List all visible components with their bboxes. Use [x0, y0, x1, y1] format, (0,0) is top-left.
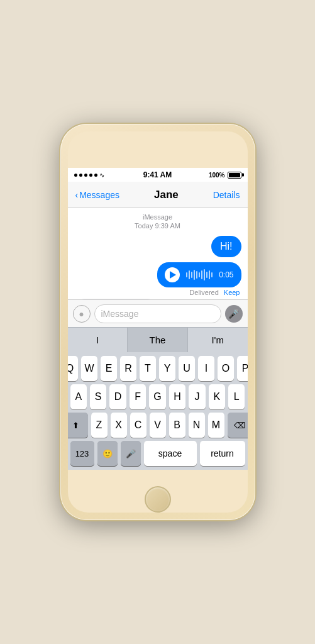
- signal-dot-5: [94, 174, 97, 177]
- camera-button[interactable]: ●: [73, 305, 91, 323]
- key-b[interactable]: B: [169, 413, 185, 438]
- signal-dot-4: [89, 174, 92, 177]
- key-w[interactable]: W: [81, 356, 97, 381]
- wave-bar: [209, 270, 210, 279]
- key-m[interactable]: M: [208, 413, 224, 438]
- message-timestamp: Today 9:39 AM: [74, 222, 241, 230]
- signal-area: ∿: [74, 172, 104, 179]
- nav-title: Jane: [154, 189, 179, 201]
- keyboard-row-4: 123 🙂 🎤 space return: [70, 441, 245, 466]
- shift-key[interactable]: ⬆: [68, 413, 88, 438]
- shift-icon: ⬆: [72, 421, 79, 430]
- key-v[interactable]: V: [150, 413, 166, 438]
- mic-button[interactable]: 🎤: [225, 305, 243, 323]
- message-input[interactable]: iMessage: [94, 304, 221, 323]
- predictive-bar: I The I'm: [68, 327, 248, 352]
- play-button-sent[interactable]: [165, 267, 180, 282]
- signal-dot-1: [74, 174, 77, 177]
- delivery-status: Delivered Keep: [189, 289, 241, 296]
- back-button[interactable]: ‹ Messages: [75, 190, 119, 200]
- input-bar: ● iMessage 🎤: [68, 299, 248, 327]
- mic-key[interactable]: 🎤: [121, 441, 141, 466]
- key-k[interactable]: K: [209, 384, 225, 409]
- signal-dot-2: [79, 174, 82, 177]
- sent-audio-message: 0:05 Delivered Keep: [74, 260, 241, 296]
- backspace-key[interactable]: ⌫: [228, 413, 248, 438]
- audio-bubble-sent[interactable]: 0:05: [157, 262, 241, 287]
- keep-button[interactable]: Keep: [224, 289, 240, 296]
- wave-bar: [194, 270, 195, 280]
- mic-small-icon: 🎤: [126, 449, 136, 458]
- service-label: iMessage: [74, 213, 241, 221]
- num-key[interactable]: 123: [70, 441, 94, 466]
- keyboard-row-3: ⬆ Z X C V B N M ⌫: [70, 413, 245, 438]
- key-l[interactable]: L: [228, 384, 245, 409]
- key-r[interactable]: R: [120, 356, 136, 381]
- keyboard: Q W E R T Y U I O P A S D F G H: [68, 352, 248, 470]
- key-t[interactable]: T: [140, 356, 156, 381]
- signal-dot-3: [84, 174, 87, 177]
- key-x[interactable]: X: [111, 413, 127, 438]
- sent-message-hi: Hi!: [74, 236, 241, 257]
- key-f[interactable]: F: [130, 384, 146, 409]
- key-a[interactable]: A: [70, 384, 87, 409]
- return-key[interactable]: return: [200, 441, 245, 466]
- screen: ∿ 9:41 AM 100% ‹ Messages Jane Details: [68, 168, 248, 470]
- key-o[interactable]: O: [218, 356, 234, 381]
- chevron-left-icon: ‹: [75, 190, 79, 200]
- status-bar: ∿ 9:41 AM 100%: [68, 168, 248, 182]
- pred-item-i[interactable]: I: [68, 328, 128, 352]
- wave-bar: [201, 270, 202, 279]
- key-i[interactable]: I: [198, 356, 214, 381]
- wave-bar: [196, 271, 197, 279]
- space-key[interactable]: space: [144, 441, 197, 466]
- nav-bar: ‹ Messages Jane Details: [68, 182, 248, 208]
- battery-area: 100%: [209, 172, 241, 179]
- status-time: 9:41 AM: [143, 170, 172, 179]
- phone-frame: ∿ 9:41 AM 100% ‹ Messages Jane Details: [60, 124, 255, 520]
- back-label: Messages: [79, 190, 119, 200]
- key-z[interactable]: Z: [91, 413, 108, 438]
- wave-bar: [199, 272, 200, 277]
- pred-item-im[interactable]: I'm: [188, 328, 248, 352]
- keyboard-row-2: A S D F G H J K L: [70, 384, 245, 409]
- key-g[interactable]: G: [149, 384, 165, 409]
- wave-bar: [206, 272, 207, 278]
- wave-bar: [211, 272, 213, 277]
- hi-bubble: Hi!: [211, 236, 241, 257]
- key-q[interactable]: Q: [68, 356, 79, 381]
- backspace-icon: ⌫: [234, 421, 245, 430]
- details-button[interactable]: Details: [213, 190, 240, 200]
- key-s[interactable]: S: [90, 384, 106, 409]
- key-c[interactable]: C: [130, 413, 146, 438]
- key-e[interactable]: E: [101, 356, 117, 381]
- camera-icon: ●: [79, 309, 84, 319]
- wave-bar: [189, 270, 190, 279]
- keyboard-row-1: Q W E R T Y U I O P: [70, 356, 245, 381]
- battery-fill: [229, 173, 240, 177]
- key-u[interactable]: U: [179, 356, 195, 381]
- wave-bar: [191, 272, 192, 278]
- wave-bar: [204, 269, 205, 280]
- battery-icon: [228, 172, 241, 179]
- emoji-icon: 🙂: [102, 449, 113, 458]
- play-triangle-icon: [170, 271, 176, 279]
- battery-percent: 100%: [209, 172, 225, 179]
- delivered-label: Delivered: [189, 289, 218, 296]
- phone-inner: ∿ 9:41 AM 100% ‹ Messages Jane Details: [68, 131, 248, 513]
- audio-duration-sent: 0:05: [219, 270, 233, 279]
- wifi-icon: ∿: [99, 172, 104, 179]
- key-y[interactable]: Y: [159, 356, 175, 381]
- key-j[interactable]: J: [189, 384, 205, 409]
- key-d[interactable]: D: [109, 384, 126, 409]
- key-n[interactable]: N: [189, 413, 205, 438]
- pred-item-the[interactable]: The: [128, 328, 188, 352]
- emoji-key[interactable]: 🙂: [97, 441, 118, 466]
- key-h[interactable]: H: [169, 384, 185, 409]
- chat-area: iMessage Today 9:39 AM Hi!: [68, 208, 248, 299]
- home-button[interactable]: [145, 486, 171, 513]
- wave-bar: [186, 272, 187, 277]
- key-p[interactable]: P: [237, 356, 248, 381]
- waveform-sent: [185, 269, 214, 280]
- mic-icon: 🎤: [228, 309, 239, 319]
